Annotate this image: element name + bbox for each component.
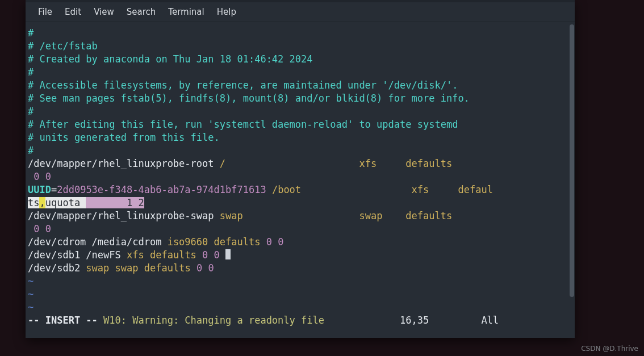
fstab-cdrom-line: /dev/cdrom /media/cdrom — [28, 236, 168, 248]
vim-warning: W10: Warning: Changing a readonly file — [98, 315, 324, 326]
terminal-viewport[interactable]: # # /etc/fstab # Created by anaconda on … — [26, 22, 569, 338]
menu-help[interactable]: Help — [211, 6, 242, 18]
watermark: CSDN @D.Thrive — [581, 345, 638, 353]
empty-line-tilde: ~ — [28, 275, 34, 287]
empty-line-tilde: ~ — [28, 288, 34, 300]
fstab-sdb2-mount: swap — [86, 262, 109, 274]
fstab-root-dump: 0 — [28, 171, 45, 182]
comment-line: # — [28, 145, 34, 156]
fstab-sdb2-line: /dev/sdb2 — [28, 262, 86, 274]
fstab-swap-pass: 0 — [45, 223, 51, 234]
fstab-sdb1-fs: xfs — [127, 249, 144, 261]
uuid-value: 2dd0953e-f348-4ab6-ab7a-974d1bf71613 — [57, 184, 266, 195]
selected-line: ts,uquota 1 2 — [28, 197, 144, 208]
fstab-swap-dump: 0 — [28, 223, 45, 234]
fstab-boot-dump-pass: 1 2 — [86, 197, 144, 208]
fstab-boot-opts-part1: defaul — [458, 184, 492, 195]
comment-line: # Created by anaconda on Thu Jan 18 01:4… — [28, 53, 313, 65]
fstab-swap-mount: swap — [220, 210, 243, 221]
vim-scroll-pct: All — [481, 315, 499, 326]
comment-line: # Accessible filesystems, by reference, … — [28, 79, 458, 91]
menu-view[interactable]: View — [88, 6, 120, 18]
fstab-root-pass: 0 — [45, 171, 51, 182]
menu-search[interactable]: Search — [121, 6, 162, 18]
fstab-sdb1-opts: defaults — [150, 249, 196, 261]
menu-edit[interactable]: Edit — [59, 6, 87, 18]
fstab-root-mount: / — [220, 158, 225, 169]
terminal-window: File Edit View Search Terminal Help # # … — [26, 0, 575, 338]
comment-line: # After editing this file, run 'systemct… — [28, 119, 458, 130]
fstab-cdrom-opts: defaults — [214, 236, 261, 248]
fstab-sdb2-fs: swap — [115, 262, 139, 274]
vim-mode: -- INSERT -- — [28, 315, 98, 326]
highlight-comma: , — [39, 197, 45, 208]
comment-line: # /etc/fstab — [28, 40, 98, 52]
menu-terminal[interactable]: Terminal — [162, 6, 210, 18]
fstab-boot-fs: xfs — [412, 184, 429, 195]
comment-line: # — [28, 66, 34, 78]
uuid-keyword: UUID — [28, 184, 51, 195]
fstab-cdrom-fs: iso9660 — [168, 236, 208, 248]
fstab-swap-device: /dev/mapper/rhel_linuxprobe-swap — [28, 210, 220, 221]
comment-line: # — [28, 106, 34, 117]
scrollbar-thumb[interactable] — [570, 24, 574, 297]
fstab-swap-opts: defaults — [405, 210, 452, 221]
comment-line: # units generated from this file. — [28, 132, 220, 143]
text-cursor — [225, 249, 231, 259]
fstab-root-fs: xfs — [359, 158, 377, 169]
comment-line: # See man pages fstab(5), findfs(8), mou… — [28, 93, 470, 104]
vim-cursor-pos: 16,35 — [400, 315, 429, 326]
fstab-sdb1-line: /dev/sdb1 /newFS — [28, 249, 127, 261]
scrollbar[interactable] — [569, 22, 575, 338]
menu-file[interactable]: File — [32, 6, 58, 18]
fstab-sdb2-opts: defaults — [144, 262, 191, 274]
fstab-root-device: /dev/mapper/rhel_linuxprobe-root — [28, 158, 220, 169]
fstab-swap-fs: swap — [359, 210, 382, 221]
empty-line-tilde: ~ — [28, 301, 34, 313]
fstab-root-opts: defaults — [405, 158, 452, 169]
comment-line: # — [28, 27, 34, 39]
menu-bar: File Edit View Search Terminal Help — [26, 2, 575, 22]
fstab-boot-mount: /boot — [266, 184, 301, 195]
